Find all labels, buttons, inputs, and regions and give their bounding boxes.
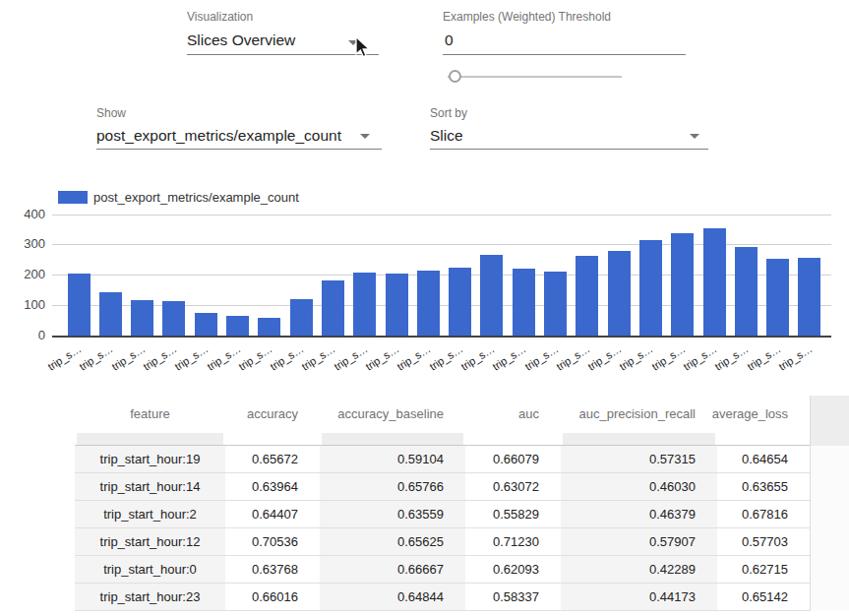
chart-legend: post_export_metrics/example_count xyxy=(58,190,299,205)
feature-cell: trip_start_hour:2 xyxy=(75,501,225,527)
show-select[interactable]: post_export_metrics/example_count xyxy=(96,127,341,145)
bar[interactable] xyxy=(513,269,535,336)
metric-cell: 0.59104 xyxy=(320,446,465,472)
bar[interactable] xyxy=(195,313,217,337)
bar[interactable] xyxy=(480,255,503,336)
bar[interactable] xyxy=(417,271,440,336)
column-header-auc_precision_recall[interactable]: auc_precision_recall xyxy=(561,396,717,432)
y-axis-tick: 200 xyxy=(14,267,45,281)
metric-cell: 0.64407 xyxy=(225,501,320,527)
metric-cell: 0.63072 xyxy=(465,473,561,500)
bar[interactable] xyxy=(353,273,376,336)
bar[interactable] xyxy=(226,316,249,336)
bar[interactable] xyxy=(131,300,153,336)
y-axis-tick: 0 xyxy=(14,328,45,342)
table-row[interactable]: trip_start_hour:190.656720.591040.660790… xyxy=(75,446,849,473)
metric-cell: 0.63768 xyxy=(225,556,320,583)
filter-cell xyxy=(320,432,465,445)
gridline xyxy=(52,336,831,338)
filter-cell xyxy=(75,432,225,445)
slices-overview-page: Visualization Slices Overview Examples (… xyxy=(0,0,849,616)
bar[interactable] xyxy=(68,274,91,336)
metric-cell: 0.58337 xyxy=(465,584,561,610)
column-header-accuracy_baseline[interactable]: accuracy_baseline xyxy=(320,396,465,432)
y-axis-tick: 300 xyxy=(14,236,45,251)
bar[interactable] xyxy=(544,272,567,336)
bar[interactable] xyxy=(386,274,408,336)
metric-cell: 0.65766 xyxy=(320,473,465,500)
bar[interactable] xyxy=(290,299,313,336)
bar[interactable] xyxy=(99,292,122,337)
metric-cell: 0.55829 xyxy=(465,501,561,527)
metric-cell: 0.62715 xyxy=(717,556,810,583)
threshold-slider-handle[interactable] xyxy=(449,70,461,83)
chevron-down-icon[interactable] xyxy=(360,134,370,139)
bar-chart-plot-area xyxy=(52,214,831,336)
threshold-underline xyxy=(443,54,686,55)
metric-cell: 0.57907 xyxy=(561,528,717,555)
legend-label: post_export_metrics/example_count xyxy=(93,190,299,205)
bar[interactable] xyxy=(162,301,185,336)
column-header-feature[interactable]: feature xyxy=(75,396,225,432)
metric-cell: 0.65672 xyxy=(225,446,320,472)
metrics-table: featureaccuracyaccuracy_baselineaucauc_p… xyxy=(75,396,849,611)
metric-cell: 0.66667 xyxy=(320,556,465,583)
metric-cell: 0.46379 xyxy=(561,501,717,527)
filter-cell xyxy=(225,432,320,445)
bar[interactable] xyxy=(671,233,694,336)
metric-cell: 0.57315 xyxy=(561,446,717,472)
feature-cell: trip_start_hour:14 xyxy=(75,473,225,500)
metric-cell: 0.64654 xyxy=(717,446,810,472)
table-cut-column xyxy=(810,396,849,611)
metric-cell: 0.67816 xyxy=(717,501,810,527)
bar[interactable] xyxy=(639,240,662,336)
feature-cell: trip_start_hour:12 xyxy=(75,528,225,555)
mouse-cursor-icon xyxy=(354,35,372,60)
show-underline xyxy=(96,149,382,150)
metric-cell: 0.70536 xyxy=(225,528,320,555)
metric-cell: 0.42289 xyxy=(561,556,717,583)
legend-swatch xyxy=(58,191,88,204)
filter-cell xyxy=(717,432,810,445)
threshold-input[interactable]: 0 xyxy=(445,31,454,49)
y-axis-tick: 400 xyxy=(14,207,45,221)
filter-cell xyxy=(561,432,717,445)
bar[interactable] xyxy=(766,259,789,336)
bar[interactable] xyxy=(735,247,758,336)
bar[interactable] xyxy=(322,280,344,336)
metric-cell: 0.66079 xyxy=(465,446,561,472)
bar[interactable] xyxy=(703,228,726,336)
metric-cell: 0.62093 xyxy=(465,556,561,583)
bar[interactable] xyxy=(449,268,471,336)
gridline xyxy=(52,215,831,216)
feature-cell: trip_start_hour:23 xyxy=(75,584,225,610)
column-header-average_loss[interactable]: average_loss xyxy=(717,396,810,432)
filter-cell xyxy=(465,432,561,445)
bar[interactable] xyxy=(576,256,598,336)
y-axis-tick: 100 xyxy=(14,297,45,312)
show-label: Show xyxy=(96,106,126,120)
threshold-slider-track[interactable] xyxy=(448,76,622,78)
table-row[interactable]: trip_start_hour:230.660160.648440.583370… xyxy=(75,584,849,611)
bar[interactable] xyxy=(258,318,280,336)
metric-cell: 0.46030 xyxy=(561,473,717,500)
chevron-down-icon[interactable] xyxy=(690,134,699,139)
sort-by-label: Sort by xyxy=(430,106,467,120)
table-row[interactable]: trip_start_hour:140.639640.657660.630720… xyxy=(75,473,849,501)
metric-cell: 0.63655 xyxy=(717,473,810,500)
table-row[interactable]: trip_start_hour:120.705360.656250.712300… xyxy=(75,528,849,556)
visualization-select[interactable]: Slices Overview xyxy=(187,31,295,49)
bar[interactable] xyxy=(608,251,631,336)
table-row[interactable]: trip_start_hour:20.644070.635590.558290.… xyxy=(75,501,849,528)
visualization-label: Visualization xyxy=(187,10,253,24)
bar[interactable] xyxy=(798,258,820,336)
metric-cell: 0.65142 xyxy=(717,584,810,610)
metric-cell: 0.63559 xyxy=(320,501,465,527)
threshold-label: Examples (Weighted) Threshold xyxy=(443,10,611,24)
column-header-auc[interactable]: auc xyxy=(465,396,561,432)
metric-cell: 0.65625 xyxy=(320,528,465,555)
table-row[interactable]: trip_start_hour:00.637680.666670.620930.… xyxy=(75,556,849,584)
column-header-accuracy[interactable]: accuracy xyxy=(225,396,320,432)
sort-by-select[interactable]: Slice xyxy=(430,127,463,145)
metric-cell: 0.71230 xyxy=(465,528,561,555)
